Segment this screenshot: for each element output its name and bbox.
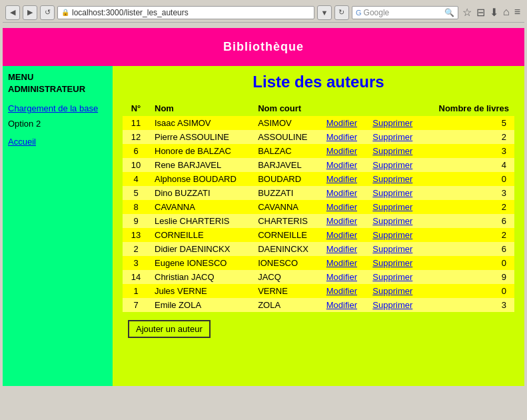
modifier-link[interactable]: Modifier [326, 146, 357, 156]
star-icon[interactable]: ☆ [461, 5, 473, 20]
modifier-link[interactable]: Modifier [326, 286, 357, 296]
modifier-link[interactable]: Modifier [326, 300, 357, 310]
modifier-link[interactable]: Modifier [326, 188, 357, 198]
cell-modifier: Modifier [321, 116, 368, 130]
cell-nom: Didier DAENINCKX [149, 242, 253, 256]
cell-livres: 0 [424, 172, 514, 186]
cell-supprimer: Supprimer [367, 130, 424, 144]
cell-nom-court: JACQ [253, 270, 321, 284]
modifier-link[interactable]: Modifier [326, 160, 357, 170]
forward-button[interactable]: ▶ [23, 5, 37, 20]
cell-num: 3 [123, 256, 149, 270]
sidebar-option2: Option 2 [8, 119, 107, 129]
header-nom: Nom [149, 101, 253, 116]
table-row: 1 Jules VERNE VERNE Modifier Supprimer 0 [123, 284, 514, 298]
cell-num: 13 [123, 228, 149, 242]
cell-livres: 3 [424, 186, 514, 200]
sidebar-link-accueil[interactable]: Accueil [8, 137, 107, 147]
table-row: 8 CAVANNA CAVANNA Modifier Supprimer 2 [123, 200, 514, 214]
lock-icon: 🔒 [61, 9, 69, 16]
cell-nom-court: VERNE [253, 284, 321, 298]
dropdown-button[interactable]: ▼ [317, 5, 332, 20]
modifier-link[interactable]: Modifier [326, 216, 357, 226]
modifier-link[interactable]: Modifier [326, 230, 357, 240]
cell-num: 12 [123, 130, 149, 144]
cell-nom: Leslie CHARTERIS [149, 214, 253, 228]
header-num: N° [123, 101, 149, 116]
cell-nom: Honore de BALZAC [149, 144, 253, 158]
header-supprimer [367, 101, 424, 116]
add-author-button[interactable]: Ajouter un auteur [128, 320, 211, 338]
site-header: Bibliothèque [3, 28, 524, 66]
cell-supprimer: Supprimer [367, 214, 424, 228]
table-row: 9 Leslie CHARTERIS CHARTERIS Modifier Su… [123, 214, 514, 228]
cell-modifier: Modifier [321, 214, 368, 228]
table-row: 3 Eugene IONESCO IONESCO Modifier Suppri… [123, 256, 514, 270]
table-row: 10 Rene BARJAVEL BARJAVEL Modifier Suppr… [123, 158, 514, 172]
home-icon[interactable]: ⌂ [502, 5, 511, 20]
supprimer-link[interactable]: Supprimer [372, 146, 412, 156]
cell-livres: 5 [424, 116, 514, 130]
supprimer-link[interactable]: Supprimer [372, 216, 412, 226]
cell-nom-court: ZOLA [253, 298, 321, 312]
menu-icon[interactable]: ≡ [513, 5, 522, 20]
cell-num: 4 [123, 172, 149, 186]
browser-toolbar: ◀ ▶ ↺ 🔒 localhost:3000/lister_les_auteur… [3, 3, 524, 23]
cell-nom-court: BALZAC [253, 144, 321, 158]
modifier-link[interactable]: Modifier [326, 202, 357, 212]
supprimer-link[interactable]: Supprimer [372, 160, 412, 170]
cell-modifier: Modifier [321, 200, 368, 214]
cell-num: 5 [123, 186, 149, 200]
cell-nom-court: IONESCO [253, 256, 321, 270]
modifier-link[interactable]: Modifier [326, 174, 357, 184]
cell-nom: Pierre ASSOULINE [149, 130, 253, 144]
search-icon: 🔍 [444, 8, 454, 17]
cell-modifier: Modifier [321, 172, 368, 186]
supprimer-link[interactable]: Supprimer [372, 118, 412, 128]
supprimer-link[interactable]: Supprimer [372, 272, 412, 282]
refresh-button[interactable]: ↺ [40, 5, 55, 20]
reload-button[interactable]: ↻ [334, 5, 349, 20]
supprimer-link[interactable]: Supprimer [372, 258, 412, 268]
back-button[interactable]: ◀ [5, 5, 20, 20]
supprimer-link[interactable]: Supprimer [372, 244, 412, 254]
cell-nom: CORNEILLE [149, 228, 253, 242]
supprimer-link[interactable]: Supprimer [372, 202, 412, 212]
content-area: Liste des auteurs N° Nom Nom court Nombr… [113, 66, 524, 386]
modifier-link[interactable]: Modifier [326, 272, 357, 282]
main-layout: MENU ADMINISTRATEUR Chargement de la bas… [3, 66, 524, 386]
table-row: 7 Emile ZOLA ZOLA Modifier Supprimer 3 [123, 298, 514, 312]
table-row: 13 CORNEILLE CORNEILLE Modifier Supprime… [123, 228, 514, 242]
bookmark-icon[interactable]: ⊟ [475, 5, 486, 20]
modifier-link[interactable]: Modifier [326, 132, 357, 142]
modifier-link[interactable]: Modifier [326, 118, 357, 128]
cell-livres: 6 [424, 242, 514, 256]
cell-livres: 0 [424, 284, 514, 298]
table-row: 4 Alphonse BOUDARD BOUDARD Modifier Supp… [123, 172, 514, 186]
cell-modifier: Modifier [321, 284, 368, 298]
cell-modifier: Modifier [321, 228, 368, 242]
cell-supprimer: Supprimer [367, 116, 424, 130]
cell-modifier: Modifier [321, 130, 368, 144]
supprimer-link[interactable]: Supprimer [372, 188, 412, 198]
modifier-link[interactable]: Modifier [326, 258, 357, 268]
header-modifier [321, 101, 368, 116]
add-btn-row: Ajouter un auteur [123, 312, 514, 346]
cell-num: 14 [123, 270, 149, 284]
cell-num: 8 [123, 200, 149, 214]
cell-num: 1 [123, 284, 149, 298]
browser-toolbar-icons: ☆ ⊟ ⬇ ⌂ ≡ [461, 5, 522, 20]
modifier-link[interactable]: Modifier [326, 244, 357, 254]
supprimer-link[interactable]: Supprimer [372, 230, 412, 240]
download-icon[interactable]: ⬇ [488, 5, 500, 20]
cell-supprimer: Supprimer [367, 172, 424, 186]
supprimer-link[interactable]: Supprimer [372, 286, 412, 296]
supprimer-link[interactable]: Supprimer [372, 300, 412, 310]
address-bar[interactable]: 🔒 localhost:3000/lister_les_auteurs [57, 6, 314, 19]
supprimer-link[interactable]: Supprimer [372, 132, 412, 142]
cell-nom-court: CORNEILLE [253, 228, 321, 242]
search-bar[interactable]: G Google 🔍 [352, 6, 458, 19]
cell-livres: 9 [424, 270, 514, 284]
sidebar-link-chargement[interactable]: Chargement de la base [8, 103, 107, 113]
supprimer-link[interactable]: Supprimer [372, 174, 412, 184]
